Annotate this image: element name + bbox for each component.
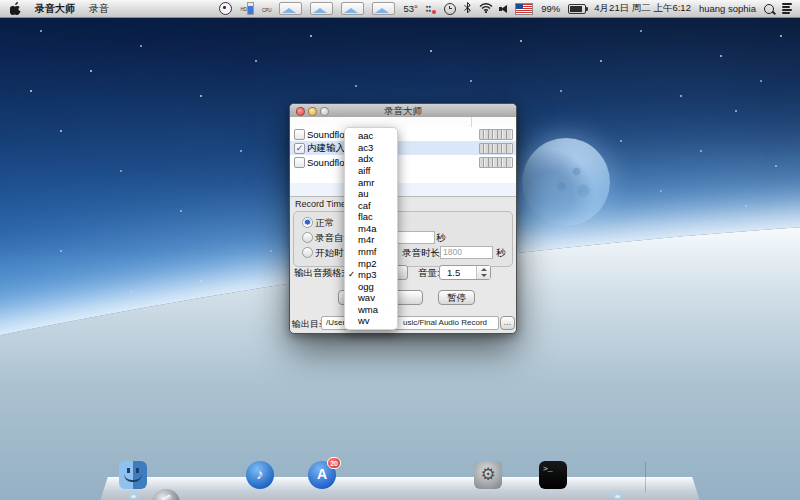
menu-item-wv[interactable]: wv bbox=[345, 315, 397, 326]
clock-icon[interactable] bbox=[444, 3, 456, 15]
menu-username[interactable]: huang sophia bbox=[699, 3, 756, 14]
menu-item-ac3[interactable]: ac3 bbox=[345, 142, 397, 153]
menu-item-mmf[interactable]: mmf bbox=[345, 246, 397, 257]
input-language-flag-icon[interactable] bbox=[515, 3, 533, 15]
wifi-icon[interactable] bbox=[479, 3, 493, 15]
recording-app-running-indicator bbox=[615, 495, 620, 498]
device-list: Soundflowe ✓ 内建输入 Soundflowe bbox=[290, 127, 516, 196]
menu-item-adx[interactable]: adx bbox=[345, 153, 397, 164]
device-checkbox[interactable]: ✓ bbox=[294, 143, 305, 154]
app-window: 录音大师 Soundflowe ✓ 内建输入 Soundflowe Record… bbox=[289, 103, 517, 334]
notification-center-icon[interactable] bbox=[782, 3, 792, 14]
stepper-arrows-icon[interactable] bbox=[476, 266, 490, 279]
istat-disc-icon[interactable] bbox=[219, 2, 232, 15]
alert-dot-icon bbox=[432, 10, 436, 14]
sensor-widget[interactable]: ●●●● bbox=[426, 3, 436, 14]
spotlight-search-icon[interactable] bbox=[764, 4, 774, 14]
cpu-graph-icon[interactable] bbox=[310, 2, 333, 15]
menu-item-aac[interactable]: aac bbox=[345, 130, 397, 141]
menu-item-wav[interactable]: wav bbox=[345, 292, 397, 303]
menu-item-aiff[interactable]: aiff bbox=[345, 165, 397, 176]
device-checkbox[interactable] bbox=[294, 157, 305, 168]
radio-auto-stop[interactable] bbox=[302, 232, 313, 243]
format-label: 输出音频格式 bbox=[294, 267, 351, 280]
device-row[interactable]: Soundflowe bbox=[290, 155, 516, 169]
menu-item-ogg[interactable]: ogg bbox=[345, 281, 397, 292]
menu-item-amr[interactable]: amr bbox=[345, 177, 397, 188]
pause-button[interactable]: 暂停 bbox=[438, 290, 475, 305]
istat-cpu-widget[interactable]: CPU bbox=[262, 3, 272, 14]
appstore-badge: 20 bbox=[327, 457, 341, 469]
list-stripe bbox=[290, 183, 516, 196]
menu-item-caf[interactable]: caf bbox=[345, 200, 397, 211]
menu-datetime[interactable]: 4月21日 周二 上午6:12 bbox=[594, 2, 691, 15]
bluetooth-icon[interactable] bbox=[464, 2, 471, 16]
menu-item-mp3[interactable]: ✓mp3 bbox=[345, 269, 397, 280]
volume-label: 音量: bbox=[418, 267, 440, 280]
menu-item-wma[interactable]: wma bbox=[345, 304, 397, 315]
browse-button[interactable]: … bbox=[500, 316, 515, 330]
dock-terminal-icon[interactable]: >_ bbox=[539, 461, 567, 489]
volume-stepper[interactable]: 1.5 bbox=[439, 265, 491, 280]
device-row[interactable]: Soundflowe bbox=[290, 127, 516, 141]
hd-usage-bar-icon bbox=[247, 2, 254, 15]
cpu-graph-icon[interactable] bbox=[279, 2, 302, 15]
radio-normal[interactable] bbox=[302, 217, 313, 228]
device-row[interactable]: ✓ 内建输入 bbox=[290, 141, 516, 155]
duration-field[interactable]: 1800 bbox=[440, 246, 493, 259]
menu-item-mp2[interactable]: mp2 bbox=[345, 258, 397, 269]
dock-divider bbox=[645, 462, 646, 492]
menu-record[interactable]: 录音 bbox=[89, 2, 109, 16]
level-meter bbox=[479, 157, 513, 168]
window-titlebar[interactable]: 录音大师 bbox=[290, 104, 516, 118]
moon-image bbox=[522, 138, 610, 226]
volume-icon[interactable] bbox=[501, 5, 507, 13]
network-graph-icon[interactable] bbox=[372, 2, 395, 15]
menu-item-au[interactable]: au bbox=[345, 188, 397, 199]
dock bbox=[100, 477, 700, 500]
selected-check-icon: ✓ bbox=[348, 269, 355, 280]
memory-graph-icon[interactable] bbox=[341, 2, 364, 15]
menu-app-name[interactable]: 录音大师 bbox=[35, 2, 75, 16]
dock-itunes-icon[interactable]: ♪ bbox=[246, 461, 274, 489]
menu-item-m4r[interactable]: m4r bbox=[345, 234, 397, 245]
battery-icon[interactable] bbox=[568, 4, 586, 14]
apple-menu-icon[interactable] bbox=[10, 2, 21, 15]
format-dropdown-menu: aac ac3 adx aiff amr au caf flac m4a m4r… bbox=[344, 127, 398, 330]
temperature-widget[interactable]: 53° bbox=[403, 3, 417, 14]
finder-running-indicator bbox=[131, 495, 136, 498]
dock-finder-icon[interactable] bbox=[119, 461, 147, 489]
radio-start-time[interactable] bbox=[302, 247, 313, 258]
level-meter bbox=[479, 143, 513, 154]
record-time-groupbox: 正常 录音自动 秒 开始时间: 录音时长: 1800 秒 bbox=[293, 211, 513, 267]
battery-percent[interactable]: 99% bbox=[541, 3, 560, 14]
istat-hd-widget[interactable]: HD bbox=[240, 2, 254, 15]
menu-bar: 录音大师 录音 HD CPU 53° ●●●● 99% 4月21日 周二 上午6… bbox=[0, 0, 800, 18]
dock-system-preferences-icon[interactable]: ⚙ bbox=[474, 461, 502, 489]
device-checkbox[interactable] bbox=[294, 129, 305, 140]
level-meter bbox=[479, 129, 513, 140]
menu-item-m4a[interactable]: m4a bbox=[345, 223, 397, 234]
menu-item-flac[interactable]: flac bbox=[345, 211, 397, 222]
record-time-label: Record Time: bbox=[295, 199, 349, 209]
dock-appstore-icon[interactable]: A20 bbox=[308, 461, 336, 489]
